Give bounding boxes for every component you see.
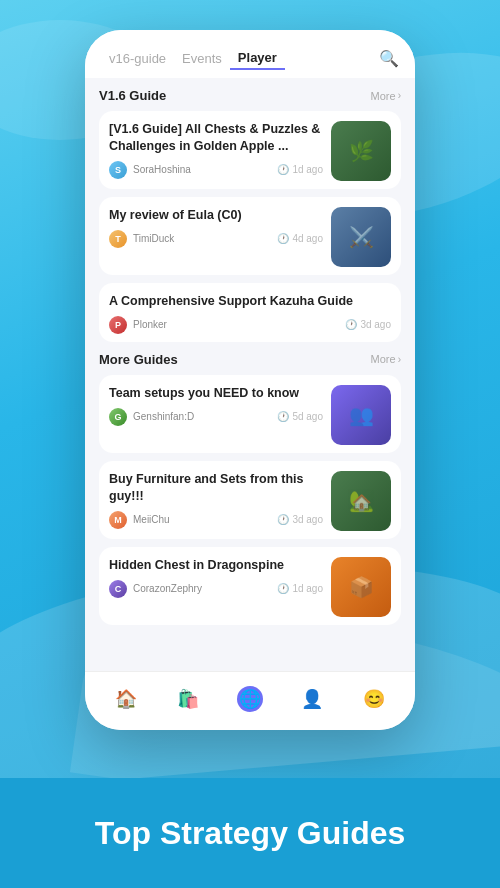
- nav-explore[interactable]: 🌐: [229, 682, 271, 716]
- bottom-banner: Top Strategy Guides: [0, 778, 500, 888]
- post-meta-5: M MeiiChu 🕐 3d ago: [109, 511, 323, 529]
- store-icon: 🛍️: [175, 686, 201, 712]
- section-title-more: More Guides: [99, 352, 178, 367]
- chat-icon: 👤: [299, 686, 325, 712]
- clock-icon-6: 🕐: [277, 583, 289, 594]
- section-title-v16: V1.6 Guide: [99, 88, 166, 103]
- post-thumbnail-6: 📦: [331, 557, 391, 617]
- post-thumbnail-4: 👥: [331, 385, 391, 445]
- home-icon: 🏠: [113, 686, 139, 712]
- post-text-2: My review of Eula (C0) T TimiDuck 🕐 4d a…: [109, 207, 323, 248]
- nav-profile[interactable]: 😊: [353, 682, 395, 716]
- post-card-4[interactable]: Team setups you NEED to know G Genshinfa…: [99, 375, 401, 453]
- post-title-2: My review of Eula (C0): [109, 207, 323, 224]
- post-card-3[interactable]: A Comprehensive Support Kazuha Guide P P…: [99, 283, 401, 342]
- explore-icon: 🌐: [237, 686, 263, 712]
- clock-icon-2: 🕐: [277, 233, 289, 244]
- search-icon[interactable]: 🔍: [379, 49, 399, 68]
- post-meta-4: G Genshinfan:D 🕐 5d ago: [109, 408, 323, 426]
- post-card-1[interactable]: [V1.6 Guide] All Chests & Puzzles & Chal…: [99, 111, 401, 189]
- time-badge-4: 🕐 5d ago: [277, 411, 323, 422]
- username-6: CorazonZephry: [133, 583, 202, 594]
- section-header-more: More Guides More ›: [99, 352, 401, 367]
- post-text-3: A Comprehensive Support Kazuha Guide P P…: [109, 293, 391, 334]
- post-text-4: Team setups you NEED to know G Genshinfa…: [109, 385, 323, 426]
- section-header-v16: V1.6 Guide More ›: [99, 88, 401, 103]
- post-title-4: Team setups you NEED to know: [109, 385, 323, 402]
- tabs-bar: v16-guide Events Player 🔍: [85, 30, 415, 78]
- post-thumbnail-5: 🏡: [331, 471, 391, 531]
- post-text-1: [V1.6 Guide] All Chests & Puzzles & Chal…: [109, 121, 323, 179]
- post-card-5[interactable]: Buy Furniture and Sets from this guy!!! …: [99, 461, 401, 539]
- clock-icon-4: 🕐: [277, 411, 289, 422]
- time-badge-5: 🕐 3d ago: [277, 514, 323, 525]
- chevron-right-icon: ›: [398, 90, 401, 101]
- post-title-1: [V1.6 Guide] All Chests & Puzzles & Chal…: [109, 121, 323, 155]
- avatar-1: S: [109, 161, 127, 179]
- avatar-2: T: [109, 230, 127, 248]
- bottom-nav: 🏠 🛍️ 🌐 👤 😊: [85, 671, 415, 730]
- tab-events[interactable]: Events: [174, 47, 230, 70]
- tab-player[interactable]: Player: [230, 46, 285, 70]
- banner-text: Top Strategy Guides: [95, 814, 406, 852]
- time-badge-3: 🕐 3d ago: [345, 319, 391, 330]
- post-meta-1: S SoraHoshina 🕐 1d ago: [109, 161, 323, 179]
- nav-store[interactable]: 🛍️: [167, 682, 209, 716]
- post-text-6: Hidden Chest in Dragonspine C CorazonZep…: [109, 557, 323, 598]
- section-more-v16[interactable]: More ›: [371, 90, 401, 102]
- avatar-6: C: [109, 580, 127, 598]
- post-title-5: Buy Furniture and Sets from this guy!!!: [109, 471, 323, 505]
- time-badge-6: 🕐 1d ago: [277, 583, 323, 594]
- username-1: SoraHoshina: [133, 164, 191, 175]
- post-card-6[interactable]: Hidden Chest in Dragonspine C CorazonZep…: [99, 547, 401, 625]
- clock-icon-3: 🕐: [345, 319, 357, 330]
- clock-icon-5: 🕐: [277, 514, 289, 525]
- tab-recommended[interactable]: v16-guide: [101, 47, 174, 70]
- nav-home[interactable]: 🏠: [105, 682, 147, 716]
- post-title-6: Hidden Chest in Dragonspine: [109, 557, 323, 574]
- nav-chat[interactable]: 👤: [291, 682, 333, 716]
- post-text-5: Buy Furniture and Sets from this guy!!! …: [109, 471, 323, 529]
- content-area: V1.6 Guide More › [V1.6 Guide] All Chest…: [85, 78, 415, 671]
- profile-icon: 😊: [361, 686, 387, 712]
- username-4: Genshinfan:D: [133, 411, 194, 422]
- post-meta-6: C CorazonZephry 🕐 1d ago: [109, 580, 323, 598]
- post-meta-2: T TimiDuck 🕐 4d ago: [109, 230, 323, 248]
- avatar-4: G: [109, 408, 127, 426]
- avatar-5: M: [109, 511, 127, 529]
- post-card-2[interactable]: My review of Eula (C0) T TimiDuck 🕐 4d a…: [99, 197, 401, 275]
- post-thumbnail-2: ⚔️: [331, 207, 391, 267]
- post-thumbnail-1: 🌿: [331, 121, 391, 181]
- clock-icon-1: 🕐: [277, 164, 289, 175]
- username-2: TimiDuck: [133, 233, 174, 244]
- avatar-3: P: [109, 316, 127, 334]
- chevron-right-icon-2: ›: [398, 354, 401, 365]
- phone-frame: v16-guide Events Player 🔍 V1.6 Guide Mor…: [85, 30, 415, 730]
- time-badge-2: 🕐 4d ago: [277, 233, 323, 244]
- username-5: MeiiChu: [133, 514, 170, 525]
- section-more-more[interactable]: More ›: [371, 353, 401, 365]
- time-badge-1: 🕐 1d ago: [277, 164, 323, 175]
- post-title-3: A Comprehensive Support Kazuha Guide: [109, 293, 391, 310]
- username-3: Plonker: [133, 319, 167, 330]
- post-meta-3: P Plonker 🕐 3d ago: [109, 316, 391, 334]
